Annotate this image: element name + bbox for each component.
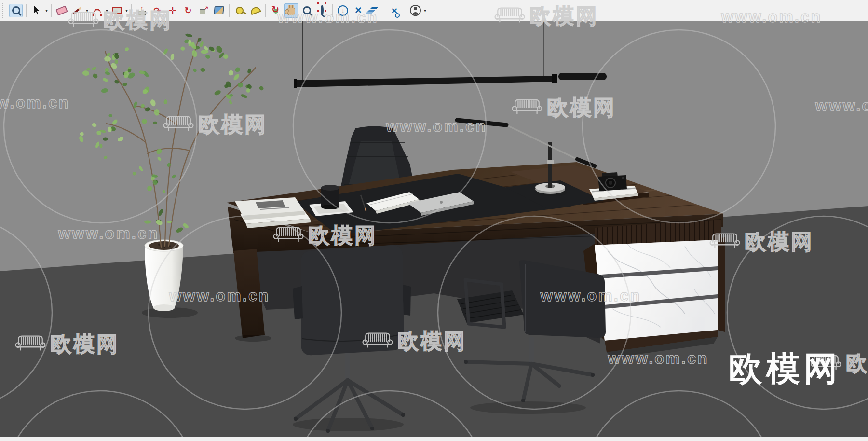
account-menu[interactable] bbox=[408, 3, 422, 18]
om-exchange-icon bbox=[355, 5, 362, 16]
push-pull-tool[interactable] bbox=[135, 3, 149, 18]
rectangle-tool-dropdown[interactable]: ▾ bbox=[124, 8, 129, 13]
sketchup-window: ▾▾▾▾▾ www.om.cnwww.om.cnwww.om.cnwww.om.… bbox=[0, 0, 868, 441]
om-settings-icon bbox=[392, 5, 397, 16]
zoom-extents-tool[interactable] bbox=[315, 3, 329, 18]
om-exchange-tool[interactable] bbox=[351, 3, 366, 18]
orbit-icon bbox=[271, 6, 281, 15]
rectangle-icon bbox=[112, 7, 122, 14]
zoom-window-icon bbox=[9, 4, 23, 17]
arc-icon bbox=[93, 9, 101, 15]
om-layers-icon bbox=[370, 7, 378, 9]
toolbar: ▾▾▾▾▾ bbox=[0, 0, 868, 21]
zoom-extents-icon bbox=[321, 6, 324, 15]
om-settings-tool[interactable] bbox=[387, 3, 402, 18]
protractor-tool[interactable] bbox=[248, 3, 262, 18]
magnifier-icon bbox=[321, 5, 324, 16]
laptop-logo bbox=[440, 201, 443, 204]
om-layers-tool[interactable] bbox=[366, 3, 381, 18]
toolbar-grip[interactable] bbox=[2, 3, 5, 18]
tape-measure-tool[interactable] bbox=[232, 3, 247, 18]
select-tool[interactable] bbox=[29, 3, 44, 18]
follow-me-tool[interactable] bbox=[150, 3, 164, 18]
zoom-window-tool[interactable] bbox=[9, 3, 23, 18]
toolbar-separator bbox=[384, 4, 384, 17]
eraser-tool[interactable] bbox=[54, 3, 69, 18]
toolbar-separator bbox=[265, 4, 266, 17]
eraser-icon bbox=[55, 5, 68, 15]
line-tool-dropdown[interactable]: ▾ bbox=[85, 8, 89, 13]
select-tool-dropdown[interactable]: ▾ bbox=[44, 8, 49, 13]
toolbar-separator bbox=[332, 4, 333, 17]
om-download-model-tool[interactable] bbox=[336, 3, 350, 18]
toolbar-separator bbox=[430, 4, 430, 17]
tape-measure-icon bbox=[236, 7, 244, 14]
viewport-canvas[interactable] bbox=[0, 0, 868, 441]
push-pull-icon bbox=[138, 5, 146, 15]
magnifier-icon bbox=[12, 6, 20, 14]
toolbar-separator bbox=[131, 4, 132, 17]
rotate-icon bbox=[184, 5, 191, 16]
zoom-tool[interactable] bbox=[299, 3, 314, 18]
move-tool[interactable] bbox=[165, 3, 180, 18]
scale-icon bbox=[200, 7, 208, 14]
toolbar-separator bbox=[51, 4, 52, 17]
line-tool[interactable] bbox=[70, 3, 84, 18]
om-download-model-icon bbox=[338, 5, 348, 16]
zoom-icon bbox=[303, 6, 311, 14]
move-icon bbox=[169, 5, 176, 16]
pan-icon bbox=[287, 8, 295, 15]
follow-me-icon bbox=[153, 5, 161, 16]
toolbar-separator bbox=[229, 4, 230, 17]
scale-tool[interactable] bbox=[196, 3, 211, 18]
pan-tool[interactable] bbox=[284, 3, 298, 18]
paint-bucket-tool[interactable] bbox=[212, 3, 226, 18]
paint-bucket-icon bbox=[214, 6, 224, 14]
orbit-tool[interactable] bbox=[269, 3, 283, 18]
protractor-icon bbox=[249, 6, 261, 15]
status-bar bbox=[0, 437, 868, 441]
account-icon bbox=[410, 5, 421, 16]
select-icon bbox=[33, 6, 40, 15]
line-icon bbox=[73, 7, 81, 14]
arc-tool[interactable] bbox=[90, 3, 104, 18]
toolbar-separator bbox=[405, 4, 405, 17]
account-menu-dropdown[interactable]: ▾ bbox=[423, 8, 427, 13]
toolbar-separator bbox=[26, 4, 27, 17]
rectangle-tool[interactable] bbox=[109, 3, 124, 18]
rotate-tool[interactable] bbox=[181, 3, 195, 18]
arc-tool-dropdown[interactable]: ▾ bbox=[105, 8, 109, 13]
